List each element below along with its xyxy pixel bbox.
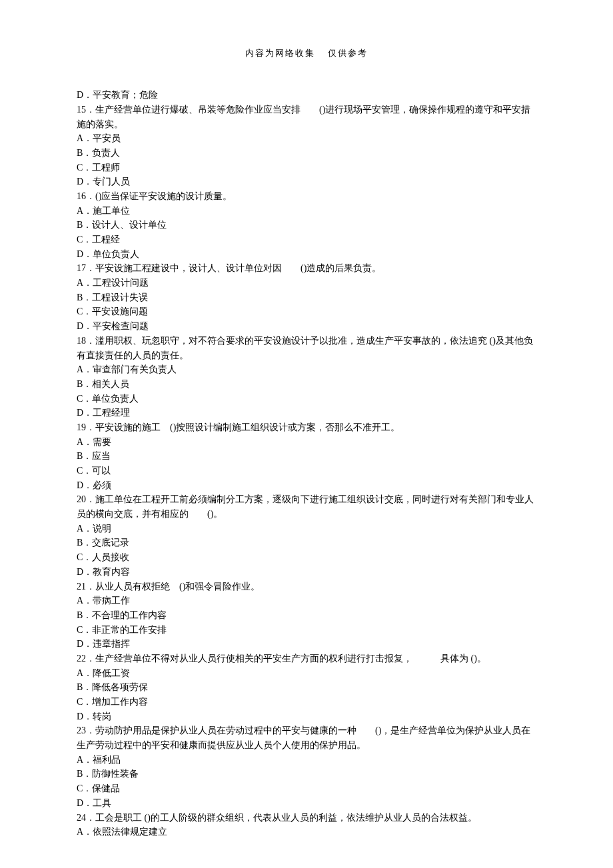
text-line: D．平安检查问题 xyxy=(77,319,536,334)
text-line: B．相关人员 xyxy=(77,377,536,392)
text-line: 18．滥用职权、玩忽职守，对不符合要求的平安设施设计予以批准，造成生产平安事故的… xyxy=(77,334,536,362)
text-line: C．工程经 xyxy=(77,232,536,247)
text-line: B．设计人、设计单位 xyxy=(77,218,536,232)
text-line: A．施工单位 xyxy=(77,204,536,218)
text-line: B．工程设计失误 xyxy=(77,290,536,305)
text-line: B．防御性装备 xyxy=(77,767,536,781)
text-line: C．平安设施问题 xyxy=(77,304,536,319)
text-line: C．人员接收 xyxy=(77,550,536,565)
text-line: C．可以 xyxy=(77,464,536,478)
text-line: 19．平安设施的施工 ()按照设计编制施工组织设计或方案，否那么不准开工。 xyxy=(77,420,536,435)
text-line: 17．平安设施工程建设中，设计人、设计单位对因 ()造成的后果负责。 xyxy=(77,261,536,276)
text-line: 22．生产经营单位不得对从业人员行使相关的平安生产方面的权利进行打击报复， 具体… xyxy=(77,651,536,666)
document-page: 内容为网络收集 仅供参考 D．平安教育；危险15．生产经营单位进行爆破、吊装等危… xyxy=(0,0,613,868)
text-line: D．工具 xyxy=(77,796,536,811)
text-line: A．需要 xyxy=(77,435,536,450)
text-line: B．应当 xyxy=(77,449,536,464)
text-line: C．保健品 xyxy=(77,781,536,796)
text-line: A．工程设计问题 xyxy=(77,276,536,290)
text-line: 16．()应当保证平安设施的设计质量。 xyxy=(77,189,536,204)
text-line: A．审查部门有关负责人 xyxy=(77,362,536,377)
text-line: 21．从业人员有权拒绝 ()和强令冒险作业。 xyxy=(77,580,536,594)
text-line: D．违章指挥 xyxy=(77,637,536,651)
text-line: A．说明 xyxy=(77,522,536,536)
text-line: A．平安员 xyxy=(77,131,536,146)
text-line: D．平安教育；危险 xyxy=(77,88,536,103)
page-header: 内容为网络收集 仅供参考 xyxy=(77,47,536,60)
text-line: D．教育内容 xyxy=(77,565,536,580)
text-line: B．交底记录 xyxy=(77,536,536,550)
text-line: B．不合理的工作内容 xyxy=(77,608,536,623)
text-line: A．依照法律规定建立 xyxy=(77,825,536,839)
text-line: 24．工会是职工 ()的工人阶级的群众组织，代表从业人员的利益，依法维护从业人员… xyxy=(77,811,536,825)
text-line: A．降低工资 xyxy=(77,666,536,681)
document-content: D．平安教育；危险15．生产经营单位进行爆破、吊装等危险作业应当安排 ()进行现… xyxy=(77,88,536,839)
text-line: D．专门人员 xyxy=(77,175,536,189)
text-line: 23．劳动防护用品是保护从业人员在劳动过程中的平安与健康的一种 ()，是生产经营… xyxy=(77,723,536,752)
text-line: D．工程经理 xyxy=(77,406,536,420)
text-line: D．必须 xyxy=(77,478,536,493)
text-line: C．非正常的工作安排 xyxy=(77,623,536,638)
text-line: C．工程师 xyxy=(77,161,536,175)
text-line: A．带病工作 xyxy=(77,594,536,608)
text-line: A．福利品 xyxy=(77,753,536,767)
text-line: 20．施工单位在工程开工前必须编制分工方案，逐级向下进行施工组织设计交底，同时进… xyxy=(77,492,536,521)
text-line: C．单位负责人 xyxy=(77,392,536,406)
text-line: D．转岗 xyxy=(77,709,536,724)
text-line: C．增加工作内容 xyxy=(77,695,536,709)
text-line: B．负责人 xyxy=(77,146,536,161)
text-line: D．单位负责人 xyxy=(77,247,536,262)
text-line: 15．生产经营单位进行爆破、吊装等危险作业应当安排 ()进行现场平安管理，确保操… xyxy=(77,103,536,131)
text-line: B．降低各项劳保 xyxy=(77,680,536,695)
